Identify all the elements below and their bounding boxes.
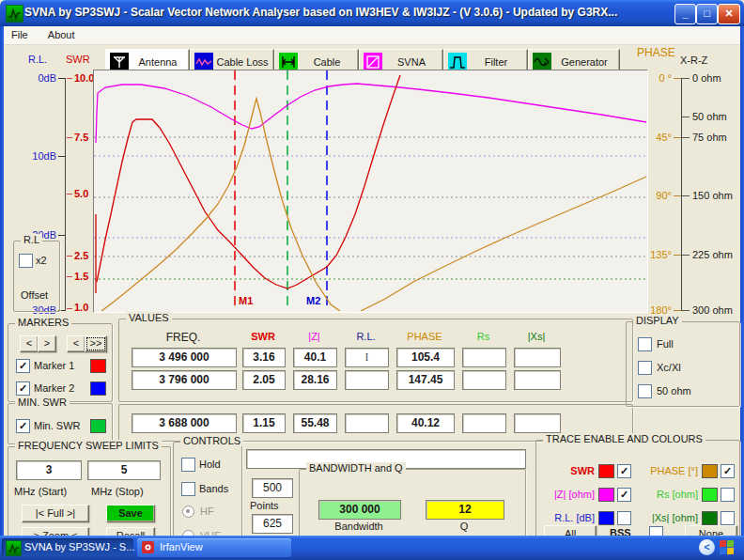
marker2-label: Marker 2 bbox=[34, 382, 74, 394]
window-border-right bbox=[740, 26, 744, 536]
display-xcxl-label: Xc/Xl bbox=[657, 362, 681, 373]
marker2-color-swatch[interactable] bbox=[90, 381, 106, 396]
m2-xs-value[interactable] bbox=[514, 370, 561, 390]
min-swr-checkbox[interactable]: ✓ bbox=[16, 419, 30, 433]
display-50ohm-checkbox[interactable] bbox=[638, 384, 652, 398]
min-swr-color-swatch[interactable] bbox=[90, 419, 106, 433]
m2-rl-value[interactable] bbox=[345, 370, 389, 390]
col-header-swr: SWR bbox=[242, 331, 284, 342]
group-title: VALUES bbox=[126, 312, 172, 323]
trace-rl-swatch[interactable] bbox=[598, 511, 614, 525]
full-span-button[interactable]: |< Full >| bbox=[22, 505, 89, 522]
min-z-value[interactable]: 55.48 bbox=[293, 413, 337, 433]
rl-x2-label: x2 bbox=[36, 255, 47, 266]
maximize-button[interactable]: □ bbox=[696, 4, 718, 24]
taskbar-task-irfanview[interactable]: IrfanView bbox=[137, 538, 291, 557]
marker1-color-swatch[interactable] bbox=[90, 359, 106, 373]
m1-phase-value[interactable]: 105.4 bbox=[396, 348, 455, 367]
axis-tick bbox=[674, 255, 681, 256]
right-axis-line bbox=[681, 78, 682, 311]
group-title: MARKERS bbox=[15, 317, 71, 328]
min-freq-value[interactable]: 3 688 000 bbox=[132, 413, 237, 433]
chart-plot-area[interactable]: M1 M2 bbox=[93, 70, 648, 313]
sweep-stop-input[interactable]: 5 bbox=[87, 460, 161, 480]
trace-rs-label: Rs [ohm] bbox=[640, 489, 698, 500]
bands-label: Bands bbox=[199, 483, 228, 494]
trace-swr-swatch[interactable] bbox=[598, 464, 614, 478]
marker-step-back-button[interactable]: < bbox=[67, 335, 85, 352]
marker-step-fwd-button[interactable]: >> bbox=[85, 335, 107, 352]
trace-xs-label: |Xs| [ohm] bbox=[640, 512, 698, 523]
trace-z-magnitude bbox=[96, 84, 646, 143]
group-title: R.L bbox=[21, 234, 42, 245]
m1-rs-value[interactable] bbox=[462, 348, 506, 367]
m2-swr-value[interactable]: 2.05 bbox=[242, 370, 286, 390]
min-rl-value[interactable] bbox=[345, 413, 389, 433]
col-header-z: |Z| bbox=[293, 331, 335, 342]
display-xcxl-checkbox[interactable] bbox=[638, 361, 652, 375]
trace-rs-swatch[interactable] bbox=[702, 488, 718, 502]
display-group: DISPLAY Full Xc/Xl 50 ohm bbox=[626, 321, 740, 407]
m2-freq-value[interactable]: 3 796 000 bbox=[132, 370, 237, 390]
window-titlebar: SVNA by SP3SWJ - Scalar Vector Network A… bbox=[0, 0, 744, 26]
m1-z-value[interactable]: 40.1 bbox=[293, 348, 337, 367]
axis-tick bbox=[67, 137, 72, 138]
hf-radio[interactable] bbox=[182, 506, 194, 518]
axis-tick-label: 10.0 bbox=[74, 72, 94, 84]
tray-windows-flag-icon[interactable] bbox=[720, 539, 735, 554]
trace-z-swatch[interactable] bbox=[598, 488, 614, 502]
col-header-rs: Rs bbox=[462, 331, 504, 342]
m2-z-value[interactable]: 28.16 bbox=[293, 370, 337, 390]
points-label: Points bbox=[250, 500, 279, 511]
hold-checkbox[interactable] bbox=[181, 458, 195, 472]
points-alt-input[interactable]: 625 bbox=[252, 514, 293, 534]
bandwidth-value[interactable]: 300 000 bbox=[318, 500, 401, 520]
rl-offset-label: Offset bbox=[21, 289, 48, 301]
desktop: SVNA by SP3SWJ - Scalar Vector Network A… bbox=[0, 0, 744, 560]
trace-rs-checkbox[interactable] bbox=[721, 488, 735, 502]
trace-swr-checkbox[interactable]: ✓ bbox=[617, 464, 631, 478]
axis-tick bbox=[682, 117, 690, 117]
trace-xs-swatch[interactable] bbox=[702, 511, 718, 525]
marker2-checkbox[interactable]: ✓ bbox=[16, 381, 30, 396]
m2-phase-value[interactable]: 147.45 bbox=[396, 370, 455, 390]
svna-icon bbox=[364, 53, 382, 71]
close-button[interactable]: ✕ bbox=[718, 4, 740, 24]
trace-xs-checkbox[interactable] bbox=[721, 511, 735, 525]
minimize-button[interactable]: _ bbox=[674, 4, 696, 24]
m1-rl-value[interactable]: I bbox=[345, 348, 389, 367]
m1-swr-value[interactable]: 3.16 bbox=[242, 348, 286, 367]
min-phase-value[interactable]: 40.12 bbox=[396, 413, 455, 433]
menu-file[interactable]: File bbox=[3, 26, 37, 40]
q-value[interactable]: 12 bbox=[426, 500, 504, 520]
tray-chevron-button[interactable]: < bbox=[699, 539, 715, 555]
m1-xs-value[interactable] bbox=[514, 348, 561, 367]
m1-freq-value[interactable]: 3 496 000 bbox=[132, 348, 237, 367]
min-rs-value[interactable] bbox=[462, 413, 506, 433]
bands-checkbox[interactable] bbox=[181, 482, 195, 496]
sweep-start-label: MHz (Start) bbox=[14, 486, 67, 497]
marker-prev-button[interactable]: < bbox=[20, 335, 39, 352]
min-xs-value[interactable] bbox=[514, 413, 561, 433]
taskbar-task-svna[interactable]: SVNA by SP3SWJ - S... bbox=[2, 538, 133, 557]
menu-about[interactable]: About bbox=[39, 26, 84, 40]
group-title: BANDWIDTH and Q bbox=[306, 462, 406, 474]
sweep-limits-group: FREQUENCY SWEEP LIMITS 3 5 MHz (Start) M… bbox=[8, 446, 171, 542]
marker2-label: M2 bbox=[306, 295, 320, 306]
trace-rl-checkbox[interactable] bbox=[617, 511, 631, 525]
rl-x2-checkbox[interactable] bbox=[19, 254, 33, 268]
min-swr-value[interactable]: 1.15 bbox=[242, 413, 286, 433]
sweep-start-input[interactable]: 3 bbox=[16, 460, 82, 480]
swr-axis-title: SWR bbox=[66, 54, 90, 65]
trace-phase-checkbox[interactable]: ✓ bbox=[721, 464, 735, 478]
m2-rs-value[interactable] bbox=[462, 370, 506, 390]
marker1-checkbox[interactable]: ✓ bbox=[16, 359, 30, 373]
hold-label: Hold bbox=[199, 459, 221, 470]
points-input[interactable]: 500 bbox=[252, 478, 293, 498]
save-button[interactable]: Save bbox=[106, 505, 155, 522]
trace-phase-swatch[interactable] bbox=[702, 464, 718, 478]
trace-z-checkbox[interactable]: ✓ bbox=[617, 488, 631, 502]
axis-tick-label: 1.0 bbox=[74, 302, 88, 313]
display-full-checkbox[interactable] bbox=[638, 337, 652, 351]
marker-next-button[interactable]: > bbox=[38, 335, 56, 352]
